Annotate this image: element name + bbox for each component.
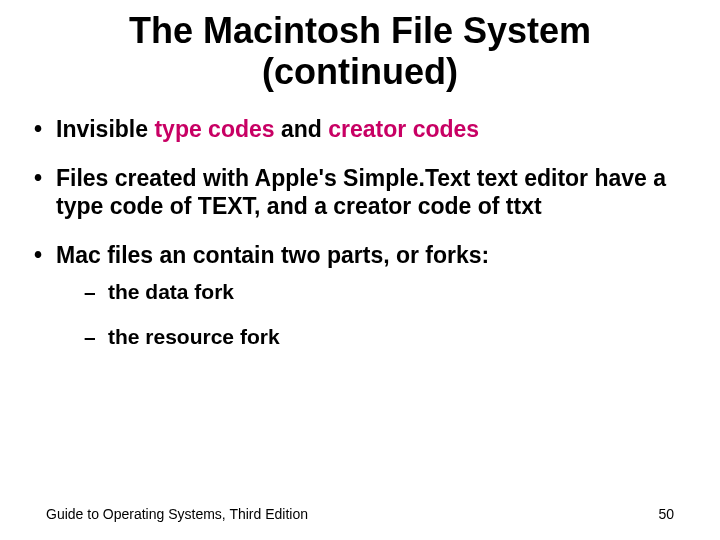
bullet-1: Invisible type codes and creator codes [28,115,692,144]
footer: Guide to Operating Systems, Third Editio… [0,506,720,522]
bullet-1-highlight-2: creator codes [328,116,479,142]
slide: The Macintosh File System (continued) In… [0,0,720,540]
bullet-3: Mac files an contain two parts, or forks… [28,241,692,350]
bullet-1-highlight-1: type codes [154,116,274,142]
bullet-list: Invisible type codes and creator codes F… [28,115,692,351]
bullet-3-text: Mac files an contain two parts, or forks… [56,242,489,268]
sub-bullet-2: the resource fork [56,323,692,350]
sub-bullet-list: the data fork the resource fork [56,278,692,351]
slide-title: The Macintosh File System (continued) [28,10,692,93]
bullet-2: Files created with Apple's Simple.Text t… [28,164,692,222]
page-number: 50 [658,506,674,522]
bullet-1-text-pre: Invisible [56,116,154,142]
footer-source: Guide to Operating Systems, Third Editio… [46,506,308,522]
sub-bullet-1: the data fork [56,278,692,305]
bullet-1-text-mid: and [275,116,329,142]
